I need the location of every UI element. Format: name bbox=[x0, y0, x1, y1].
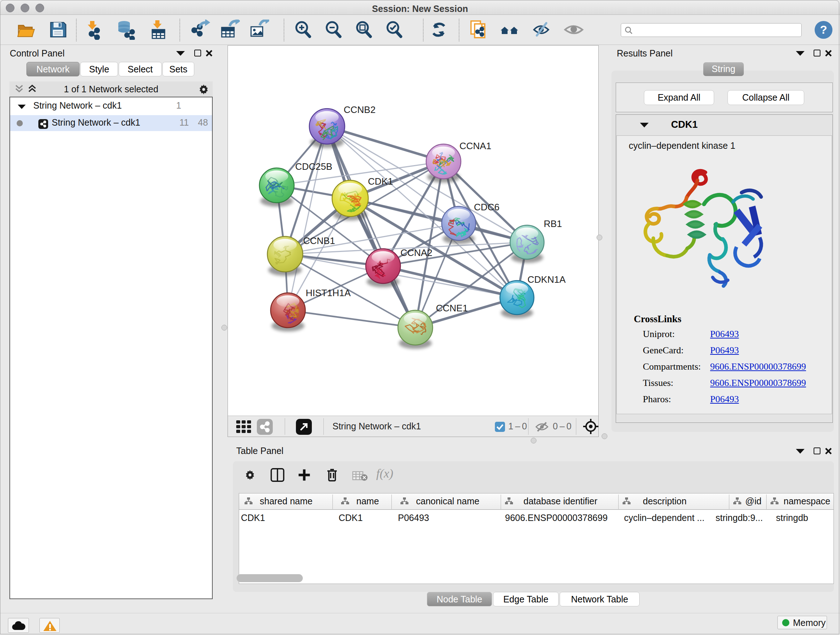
svg-text:RB1: RB1 bbox=[544, 218, 562, 229]
svg-text:?: ? bbox=[820, 23, 827, 36]
svg-text:CDC6: CDC6 bbox=[474, 202, 500, 212]
svg-text:CCNB1: CCNB1 bbox=[303, 235, 335, 246]
svg-text:CCNA1: CCNA1 bbox=[459, 141, 491, 151]
svg-text:HIST1H1A: HIST1H1A bbox=[306, 287, 351, 298]
svg-text:CDKN1A: CDKN1A bbox=[527, 274, 566, 285]
svg-text:CDC25B: CDC25B bbox=[295, 161, 332, 172]
svg-text:CCNE1: CCNE1 bbox=[436, 302, 468, 314]
svg-text:CDK1: CDK1 bbox=[368, 176, 393, 187]
svg-text:CCNA2: CCNA2 bbox=[401, 247, 432, 258]
svg-text:CCNB2: CCNB2 bbox=[344, 104, 376, 115]
